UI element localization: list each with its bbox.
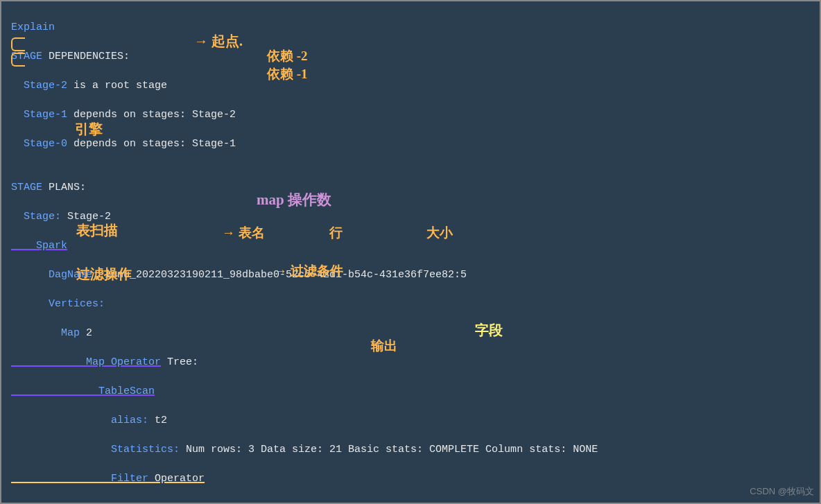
kw-stage-label: Stage: xyxy=(11,211,61,223)
kw-vertices: Vertices: xyxy=(11,298,105,310)
kw-explain: Explain xyxy=(11,21,55,33)
kw-filter: Filter xyxy=(11,473,148,485)
txt: Tree: xyxy=(161,356,198,368)
kw-spark: Spark xyxy=(11,240,67,252)
kw-tablescan: TableScan xyxy=(11,385,155,397)
watermark: CSDN @牧码文 xyxy=(750,484,814,498)
kw-stats1: Statistics: xyxy=(11,444,180,455)
kw-map: Map xyxy=(11,327,80,339)
kw-stage-plans: STAGE xyxy=(11,182,42,193)
alias-value: t2 xyxy=(148,415,167,426)
kw-stage1: Stage-1 xyxy=(11,109,67,121)
txt: depends on stages: Stage-2 xyxy=(67,109,236,121)
kw-alias: alias: xyxy=(11,415,148,426)
txt: Stage-2 xyxy=(61,211,111,223)
code-block: Explain STAGE DEPENDENCIES: Stage-2 is a… xyxy=(0,0,821,504)
dag-value: lnnu_20220323190211_98dbabe0-52c5-42d1-b… xyxy=(98,269,467,281)
kw-dagname: DagName: xyxy=(11,269,98,281)
txt: PLANS: xyxy=(42,182,86,193)
kw-stage2: Stage-2 xyxy=(11,80,67,92)
kw-stage0: Stage-0 xyxy=(11,138,67,150)
txt: is a root stage xyxy=(67,80,167,92)
txt: DEPENDENCIES: xyxy=(42,51,130,62)
txt: Operator xyxy=(148,473,205,485)
txt: depends on stages: Stage-1 xyxy=(67,138,236,150)
txt: 2 xyxy=(80,327,92,339)
stats-value: Num rows: 3 Data size: 21 Basic stats: C… xyxy=(180,444,598,455)
curly-bracket-2 xyxy=(11,53,25,67)
curly-bracket-1 xyxy=(11,37,25,51)
kw-map-op-tree: Map Operator xyxy=(11,356,161,368)
